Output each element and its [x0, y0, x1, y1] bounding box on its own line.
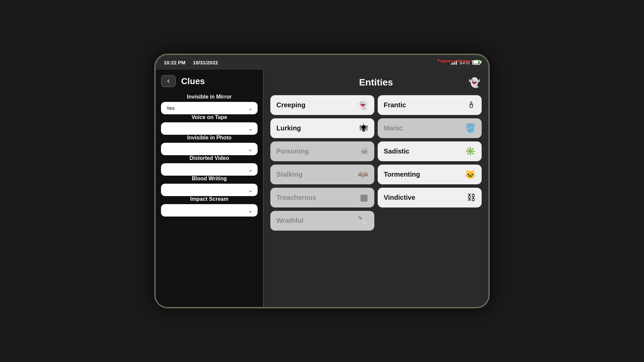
back-arrow-icon [166, 78, 171, 84]
entity-icon-manic: 🪣 [465, 123, 476, 133]
entity-btn-manic[interactable]: Manic🪣 [378, 118, 482, 138]
entity-icon-creeping: 👻 [358, 100, 368, 110]
entity-icon-poisoning: ☠ [361, 146, 368, 157]
entity-btn-wrathful[interactable]: Wrathful🔪 [270, 211, 374, 231]
clue-select-wrapper-distorted_video: YesNo [161, 163, 258, 176]
entity-icon-tormenting: 🐱 [465, 169, 476, 180]
ghost-icon: 👻 [469, 77, 480, 88]
entity-label-tormenting: Tormenting [384, 171, 420, 178]
ghost-icon-button[interactable]: 👻 [467, 75, 482, 90]
clue-item-distorted_video: Distorted VideoYesNo [161, 155, 258, 176]
entity-label-manic: Manic [384, 124, 403, 132]
clue-item-invisible_photo: Invisible in PhotoYesNo [161, 135, 258, 155]
status-time: 10:22 PM [164, 60, 185, 65]
entity-btn-creeping[interactable]: Creeping👻 [270, 95, 374, 115]
clues-title: Clues [181, 76, 205, 86]
clue-select-wrapper-invisible_mirror: YesNo [161, 102, 258, 114]
back-button[interactable] [161, 75, 176, 87]
clue-label-invisible_mirror: Invisible in Mirror [161, 94, 258, 100]
entity-btn-treacherous[interactable]: Treacherous▦ [270, 188, 374, 207]
entity-btn-sadistic[interactable]: Sadistic✳️ [378, 141, 482, 161]
app-frame: Торрент-Игруха.Орг 10:22 PM 10/31/2022 8… [154, 54, 490, 308]
clues-list: Invisible in MirrorYesNoVoice on TapeYes… [161, 94, 258, 217]
clue-select-distorted_video[interactable]: YesNo [161, 163, 258, 176]
clue-select-wrapper-blood_writing: YesNo [161, 184, 258, 196]
entity-label-poisoning: Poisoning [276, 147, 309, 155]
clue-select-invisible_photo[interactable]: YesNo [161, 143, 258, 155]
clue-select-invisible_mirror[interactable]: YesNo [161, 102, 258, 114]
entity-btn-vindictive[interactable]: Vindictive⛓ [378, 188, 482, 207]
watermark-text1: Торрент-Игруха. [437, 58, 475, 63]
clues-header: Clues [161, 75, 258, 90]
battery-fill [473, 61, 478, 64]
clue-item-voice_on_tape: Voice on TapeYesNo [161, 114, 258, 135]
clue-select-wrapper-impact_scream: YesNo [161, 204, 258, 217]
entity-btn-stalking[interactable]: Stalking🦇 [270, 165, 374, 184]
clue-select-blood_writing[interactable]: YesNo [161, 184, 258, 196]
clue-label-impact_scream: Impact Scream [161, 196, 258, 202]
entity-icon-vindictive: ⛓ [467, 192, 476, 203]
entity-label-frantic: Frantic [384, 101, 406, 109]
clue-item-blood_writing: Blood WritingYesNo [161, 176, 258, 196]
clue-select-wrapper-invisible_photo: YesNo [161, 143, 258, 155]
entity-icon-frantic: 🕯 [467, 100, 476, 110]
entity-icon-treacherous: ▦ [360, 192, 368, 203]
entity-btn-poisoning[interactable]: Poisoning☠ [270, 141, 374, 161]
clue-item-invisible_mirror: Invisible in MirrorYesNo [161, 94, 258, 114]
clue-label-voice_on_tape: Voice on Tape [161, 114, 258, 120]
clue-item-impact_scream: Impact ScreamYesNo [161, 196, 258, 217]
entities-panel: Entities 👻 Creeping👻Frantic🕯Lurking🕷Mani… [264, 70, 488, 307]
status-date: 10/31/2022 [193, 60, 218, 65]
clue-select-impact_scream[interactable]: YesNo [161, 204, 258, 217]
entity-btn-tormenting[interactable]: Tormenting🐱 [378, 165, 482, 184]
entities-header: Entities 👻 [270, 75, 482, 90]
entity-btn-frantic[interactable]: Frantic🕯 [378, 95, 482, 115]
entity-label-creeping: Creeping [276, 101, 306, 109]
entity-label-stalking: Stalking [276, 171, 303, 178]
app-container: Clues Invisible in MirrorYesNoVoice on T… [156, 70, 488, 307]
clue-select-voice_on_tape[interactable]: YesNo [161, 122, 258, 135]
clue-label-invisible_photo: Invisible in Photo [161, 135, 258, 141]
entity-btn-lurking[interactable]: Lurking🕷 [270, 118, 374, 138]
clue-select-wrapper-voice_on_tape: YesNo [161, 122, 258, 135]
entity-label-vindictive: Vindictive [384, 194, 415, 201]
entities-grid: Creeping👻Frantic🕯Lurking🕷Manic🪣Poisoning… [270, 95, 482, 231]
entity-label-treacherous: Treacherous [276, 194, 316, 201]
entity-icon-wrathful: 🔪 [358, 216, 368, 226]
clues-panel: Clues Invisible in MirrorYesNoVoice on T… [156, 70, 263, 307]
entities-title: Entities [285, 77, 467, 88]
entity-icon-sadistic: ✳️ [465, 146, 476, 157]
clue-label-distorted_video: Distorted Video [161, 155, 258, 161]
clue-label-blood_writing: Blood Writing [161, 176, 258, 182]
signal-bar-1 [451, 63, 452, 65]
entity-label-sadistic: Sadistic [384, 147, 410, 155]
entity-label-wrathful: Wrathful [276, 217, 304, 225]
battery-icon [472, 60, 480, 65]
entity-icon-stalking: 🦇 [358, 169, 368, 180]
entity-icon-lurking: 🕷 [360, 123, 368, 133]
entity-label-lurking: Lurking [276, 124, 301, 132]
